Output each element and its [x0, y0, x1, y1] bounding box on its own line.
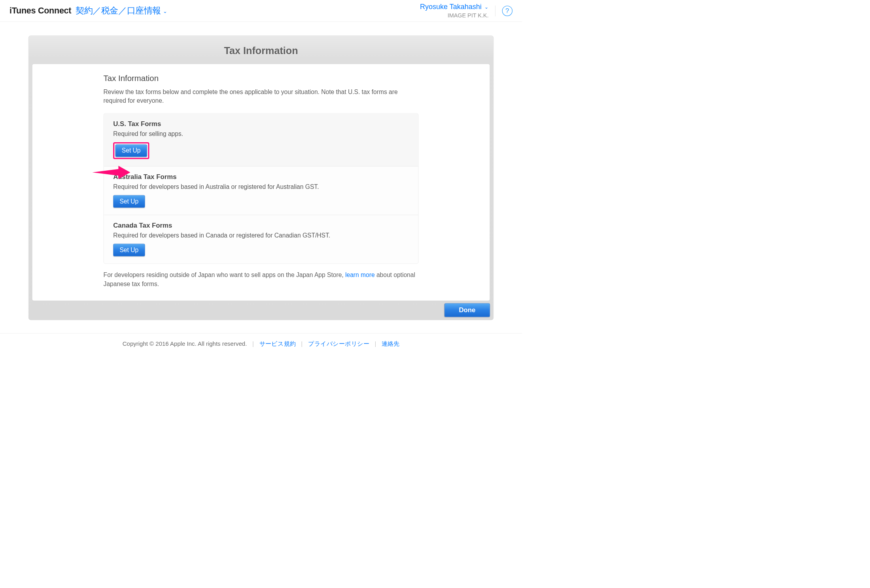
card-us-tax: U.S. Tax Forms Required for selling apps…	[104, 114, 418, 167]
setup-button-ca[interactable]: Set Up	[113, 244, 145, 256]
divider: |	[252, 340, 254, 347]
app-title: iTunes Connect	[9, 6, 71, 15]
card-title: Canada Tax Forms	[113, 222, 409, 229]
breadcrumb-agreements[interactable]: 契約／税金／口座情報 ⌄	[76, 5, 167, 17]
help-icon[interactable]: ?	[502, 6, 513, 16]
breadcrumb-label: 契約／税金／口座情報	[76, 5, 161, 17]
company-name: IMAGE PIT K.K.	[420, 12, 488, 19]
divider: |	[375, 340, 376, 347]
annotation-highlight: Set Up	[113, 142, 149, 159]
section-title: Tax Information	[104, 74, 419, 83]
user-name-label: Ryosuke Takahashi	[420, 3, 482, 11]
divider: |	[301, 340, 303, 347]
divider	[495, 6, 496, 17]
page-footer: Copyright © 2016 Apple Inc. All rights r…	[0, 334, 522, 353]
card-title: Australia Tax Forms	[113, 173, 409, 181]
done-button[interactable]: Done	[444, 303, 490, 317]
user-menu[interactable]: Ryosuke Takahashi ⌄	[420, 2, 488, 11]
tax-info-panel: Tax Information Tax Information Review t…	[28, 36, 494, 320]
card-desc: Required for selling apps.	[113, 130, 409, 138]
chevron-down-icon: ⌄	[484, 5, 488, 10]
setup-button-au[interactable]: Set Up	[113, 195, 145, 208]
footer-link-privacy[interactable]: プライバシーポリシー	[308, 340, 369, 347]
card-title: U.S. Tax Forms	[113, 120, 409, 128]
card-au-tax: Australia Tax Forms Required for develop…	[104, 166, 418, 215]
panel-heading: Tax Information	[29, 36, 494, 64]
card-desc: Required for developers based in Canada …	[113, 232, 409, 239]
card-ca-tax: Canada Tax Forms Required for developers…	[104, 215, 418, 263]
tax-cards: U.S. Tax Forms Required for selling apps…	[104, 113, 419, 264]
footnote-link[interactable]: learn more	[345, 271, 375, 279]
footnote-pre: For developers residing outside of Japan…	[104, 271, 345, 279]
footer-link-tos[interactable]: サービス規約	[259, 340, 296, 347]
card-desc: Required for developers based in Austral…	[113, 183, 409, 190]
chevron-down-icon: ⌄	[163, 8, 167, 15]
copyright: Copyright © 2016 Apple Inc. All rights r…	[123, 340, 247, 347]
section-desc: Review the tax forms below and complete …	[104, 87, 419, 105]
footnote: For developers residing outside of Japan…	[104, 270, 419, 289]
setup-button-us[interactable]: Set Up	[115, 145, 147, 157]
footer-link-contact[interactable]: 連絡先	[382, 340, 399, 347]
